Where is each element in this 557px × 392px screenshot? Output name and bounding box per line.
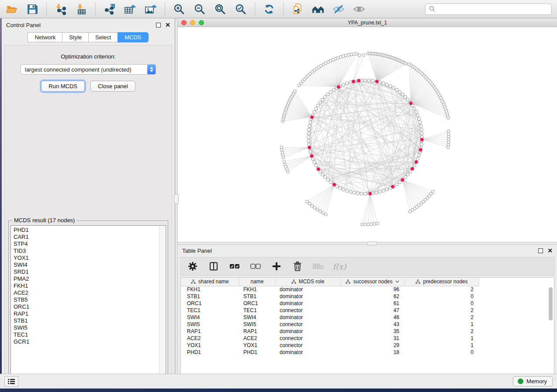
- table-scrollbar[interactable]: [548, 287, 553, 375]
- control-panel-tab[interactable]: MCDS: [118, 32, 148, 42]
- mcds-result-item[interactable]: ACE2: [14, 289, 166, 296]
- mcds-result-item[interactable]: PMA2: [14, 275, 166, 282]
- duplicate-network-button[interactable]: [291, 3, 304, 16]
- export-table-button[interactable]: [124, 3, 137, 16]
- import-table-button[interactable]: [75, 3, 88, 16]
- close-panel-icon[interactable]: ✕: [165, 23, 170, 28]
- scrollbar-thumb[interactable]: [549, 287, 553, 320]
- table-row[interactable]: TEC1 TEC1 connector 47 2: [181, 307, 554, 314]
- select-all-rows-button[interactable]: [229, 261, 240, 272]
- table-row[interactable]: SWI4 SWI4 dominator 46 2: [181, 314, 554, 321]
- show-all-button[interactable]: [353, 3, 366, 16]
- mcds-result-item[interactable]: ORC1: [14, 303, 166, 310]
- memory-button[interactable]: Memory: [513, 376, 553, 386]
- network-title: YPA_prune.txt_1: [178, 20, 557, 26]
- search-box[interactable]: [425, 3, 552, 15]
- mcds-result-item[interactable]: SWI4: [14, 261, 166, 268]
- toolbar-separator: [165, 3, 165, 16]
- sort-descending-icon: [395, 280, 399, 283]
- table-row[interactable]: ORC1 ORC1 dominator 61 0: [181, 300, 554, 307]
- table-row[interactable]: RAP1 RAP1 dominator 35 2: [181, 328, 554, 335]
- close-panel-icon[interactable]: ✕: [547, 248, 553, 253]
- create-column-button[interactable]: [271, 261, 282, 272]
- mcds-result-item[interactable]: STP4: [14, 241, 166, 248]
- horizontal-splitter[interactable]: [178, 242, 557, 245]
- eye-slash-icon: [332, 3, 345, 15]
- control-panel-tab[interactable]: Style: [62, 32, 89, 42]
- column-header[interactable]: MCDS role: [275, 278, 340, 286]
- table-row[interactable]: PHD1 PHD1 dominator 18 0: [181, 349, 554, 356]
- float-panel-icon[interactable]: [538, 248, 543, 253]
- mcds-result-item[interactable]: YOX1: [14, 254, 166, 261]
- export-image-button[interactable]: [144, 3, 157, 16]
- mcds-result-title: MCDS result (17 nodes): [12, 217, 76, 224]
- open-folder-icon: [6, 3, 18, 15]
- table-panel: Table Panel ✕: [178, 245, 557, 389]
- network-titlebar[interactable]: YPA_prune.txt_1: [178, 18, 557, 27]
- optimization-criterion-value: largest connected component (undirected): [25, 66, 156, 73]
- export-network-button[interactable]: [103, 3, 116, 16]
- table-row[interactable]: STB1 STB1 dominator 62 0: [181, 293, 554, 300]
- deselect-all-rows-button[interactable]: [250, 261, 261, 272]
- zoom-fit-button[interactable]: [214, 3, 227, 16]
- table-row[interactable]: FKH1 FKH1 dominator 96 2: [181, 286, 554, 293]
- refresh-view-button[interactable]: [263, 3, 276, 16]
- mcds-result-item[interactable]: PHD1: [14, 227, 166, 234]
- search-input[interactable]: [438, 6, 548, 12]
- float-panel-icon[interactable]: [156, 23, 161, 28]
- shared-column-icon: [346, 279, 350, 284]
- refresh-icon: [263, 3, 275, 15]
- hide-selected-button[interactable]: [332, 3, 345, 16]
- run-mcds-button[interactable]: Run MCDS: [41, 81, 85, 92]
- column-header[interactable]: successor nodes: [340, 278, 405, 286]
- table-row[interactable]: YOX1 YOX1 connector 29 1: [181, 342, 554, 349]
- network-graph[interactable]: [178, 27, 557, 242]
- import-network-button[interactable]: [54, 3, 67, 16]
- control-panel-tab[interactable]: Network: [28, 32, 62, 42]
- toolbar-separator: [283, 3, 284, 16]
- column-settings-button[interactable]: [187, 261, 198, 272]
- zoom-out-button[interactable]: [193, 3, 206, 16]
- function-builder-button: f(x): [334, 261, 345, 272]
- close-panel-button[interactable]: Close panel: [90, 81, 135, 92]
- mcds-result-item[interactable]: FKH1: [14, 282, 166, 289]
- mcds-result-item[interactable]: STB1: [14, 317, 166, 324]
- optimization-criterion-select[interactable]: largest connected component (undirected): [21, 64, 156, 75]
- mcds-result-item[interactable]: GCR1: [14, 338, 166, 345]
- mcds-result-item[interactable]: TID3: [14, 248, 166, 254]
- select-stepper-icon: [147, 65, 156, 74]
- zoom-selected-button[interactable]: [234, 3, 247, 16]
- network-window: YPA_prune.txt_1: [178, 18, 557, 242]
- mcds-result-item[interactable]: CAR1: [14, 234, 166, 241]
- save-session-button[interactable]: [26, 3, 39, 16]
- table-row[interactable]: SWI5 SWI5 connector 43 1: [181, 321, 554, 328]
- mcds-result-item[interactable]: SRD1: [14, 268, 166, 275]
- table-row[interactable]: ACE2 ACE2 connector 31 1: [181, 335, 554, 342]
- control-panel-tab[interactable]: Select: [88, 32, 118, 42]
- mcds-result-item[interactable]: RAP1: [14, 310, 166, 317]
- open-file-button[interactable]: [5, 3, 18, 16]
- delete-column-button[interactable]: [292, 261, 303, 272]
- column-header[interactable]: name: [239, 278, 275, 286]
- splitter-grip[interactable]: [367, 241, 377, 245]
- main-toolbar: [0, 0, 557, 18]
- duplicate-network-icon: [291, 3, 304, 15]
- mcds-result-item[interactable]: SWI5: [14, 324, 166, 331]
- mcds-result-group: MCDS result (17 nodes) PHD1 CAR1 STP4 TI…: [8, 220, 168, 382]
- show-panels-button[interactable]: [4, 376, 18, 387]
- mcds-result-item[interactable]: TEC1: [14, 331, 166, 338]
- column-header[interactable]: shared name: [181, 278, 239, 286]
- splitter-grip[interactable]: [174, 194, 179, 204]
- result-list-scrollbar[interactable]: [159, 226, 165, 379]
- column-header[interactable]: predecessor nodes: [405, 278, 479, 286]
- mcds-result-item[interactable]: STB5: [14, 296, 166, 303]
- vertical-splitter[interactable]: [175, 18, 178, 389]
- show-columns-button[interactable]: [208, 261, 219, 272]
- eye-icon: [353, 3, 366, 15]
- shared-column-icon: [191, 279, 196, 284]
- toolbar-separator: [46, 3, 47, 16]
- memory-status-icon: [518, 378, 523, 384]
- first-neighbors-button[interactable]: [311, 3, 325, 16]
- zoom-in-button[interactable]: [173, 3, 186, 16]
- zoom-out-icon: [194, 3, 206, 15]
